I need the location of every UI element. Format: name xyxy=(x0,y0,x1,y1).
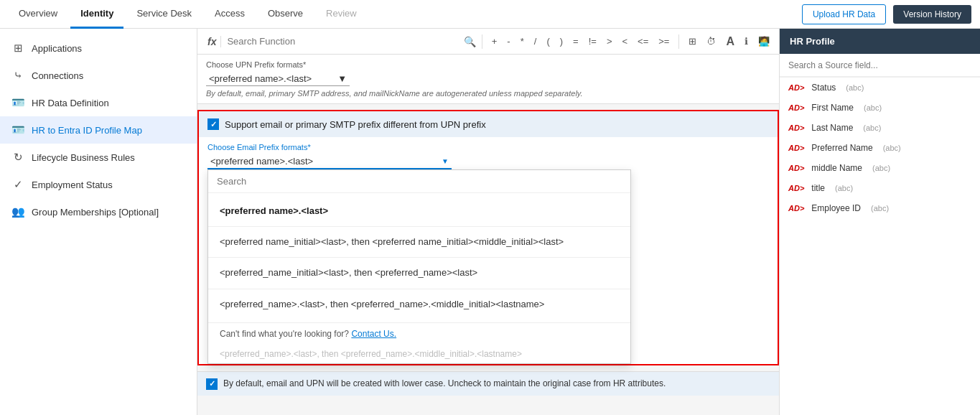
id-badge-icon: 🪪 xyxy=(11,123,24,136)
hr-source-icon-status: AD> xyxy=(788,83,804,92)
hr-item-label-title: title xyxy=(811,183,825,193)
hr-item-title[interactable]: AD> title (abc) xyxy=(780,178,980,198)
upn-prefix-label: Choose UPN Prefix formats* xyxy=(206,60,770,69)
popup-search-area xyxy=(208,170,630,193)
nav-access[interactable]: Access xyxy=(205,0,255,29)
toolbar-info[interactable]: ℹ xyxy=(741,34,752,48)
main-content: fx 🔍 + - * / ( ) = != > < <= >= ⊞ ⏱ A ℹ … xyxy=(197,29,779,415)
toolbar-open-paren[interactable]: ( xyxy=(543,34,553,48)
group-icon: 👥 xyxy=(11,205,24,218)
hr-source-icon-middlename: AD> xyxy=(788,164,804,172)
email-prefix-dropdown-section: Choose Email Prefix formats* <preferred … xyxy=(199,137,778,169)
toolbar-minus[interactable]: - xyxy=(503,34,513,48)
toolbar-greater[interactable]: > xyxy=(603,34,616,48)
hr-source-icon-preferredname: AD> xyxy=(788,144,804,152)
lowercase-note-text: By default, email and UPN will be create… xyxy=(223,378,666,390)
sidebar-item-connections[interactable]: ⤷ Connections xyxy=(0,62,197,89)
hr-source-icon-title: AD> xyxy=(788,184,804,192)
smtp-checkbox-label: Support email or primary SMTP prefix dif… xyxy=(225,119,486,130)
sidebar-item-hr-to-entra[interactable]: 🪪 HR to Entra ID Profile Map xyxy=(0,116,197,144)
hr-source-icon-employeeid: AD> xyxy=(788,204,804,213)
sidebar-item-lifecycle[interactable]: ↻ Lifecycle Business Rules xyxy=(0,144,197,171)
right-panel-search-input[interactable] xyxy=(788,60,971,70)
toolbar-equals[interactable]: = xyxy=(569,34,582,48)
lowercase-checkbox[interactable] xyxy=(206,378,218,390)
popup-option-3[interactable]: <preferred_name_initial><last>, then <pr… xyxy=(208,259,630,286)
search-icon[interactable]: 🔍 xyxy=(464,36,476,47)
sidebar-item-applications[interactable]: ⊞ Applications xyxy=(0,34,197,62)
branch-icon: ⤷ xyxy=(11,69,24,82)
hr-item-status[interactable]: AD> Status (abc) xyxy=(780,78,980,98)
cant-find-row: Can't find what you're looking for? Cont… xyxy=(208,322,630,345)
toolbar-slash[interactable]: / xyxy=(531,34,541,48)
hr-item-label-status: Status xyxy=(811,83,836,93)
toolbar-grid[interactable]: ⊞ xyxy=(685,34,700,48)
hr-item-employee-id[interactable]: AD> Employee ID (abc) xyxy=(780,198,980,218)
toolbar-clock[interactable]: ⏱ xyxy=(703,34,719,48)
sidebar-label-group-memberships: Group Memberships [Optional] xyxy=(32,207,159,218)
right-panel: HR Profile AD> Status (abc) AD> First Na… xyxy=(779,29,980,415)
hr-item-type-employeeid: (abc) xyxy=(871,204,889,213)
toolbar-lte[interactable]: <= xyxy=(634,34,652,48)
sidebar-label-applications: Applications xyxy=(32,43,82,54)
search-function-input[interactable] xyxy=(227,36,460,47)
nav-observe[interactable]: Observe xyxy=(258,0,313,29)
hr-item-type-title: (abc) xyxy=(835,184,853,192)
hr-item-type-middlename: (abc) xyxy=(872,164,890,172)
hr-item-type-lastname: (abc) xyxy=(863,123,881,132)
sidebar-item-hr-data-definition[interactable]: 🪪 HR Data Definition xyxy=(0,89,197,116)
nav-service-desk[interactable]: Service Desk xyxy=(126,0,202,29)
popup-option-2[interactable]: <preferred name_initial><last>, then <pr… xyxy=(208,228,630,256)
hr-item-type-preferredname: (abc) xyxy=(883,144,901,152)
upn-section: Choose UPN Prefix formats* <preferred na… xyxy=(197,55,779,104)
smtp-checkbox[interactable] xyxy=(207,118,219,130)
hr-item-type-firstname: (abc) xyxy=(864,103,882,112)
email-prefix-popup: <preferred name>.<last> <preferred name_… xyxy=(207,169,631,364)
version-history-button[interactable]: Version History xyxy=(893,5,971,24)
toolbar-close-paren[interactable]: ) xyxy=(556,34,566,48)
contact-us-link[interactable]: Contact Us. xyxy=(351,329,396,339)
toolbar-gte[interactable]: >= xyxy=(655,34,673,48)
popup-option-faded[interactable]: <preferred_name>.<last>, then <preferred… xyxy=(208,345,630,363)
hr-item-preferred-name[interactable]: AD> Preferred Name (abc) xyxy=(780,138,980,158)
toolbar-not-equals[interactable]: != xyxy=(585,34,600,48)
popup-search-input[interactable] xyxy=(217,176,622,187)
sidebar: ⊞ Applications ⤷ Connections 🪪 HR Data D… xyxy=(0,29,197,415)
toolbar-person[interactable]: 🧑‍💻 xyxy=(755,34,773,48)
sidebar-label-hr-to-entra: HR to Entra ID Profile Map xyxy=(32,125,142,136)
popup-option-1[interactable]: <preferred name>.<last> xyxy=(208,197,630,225)
hr-item-first-name[interactable]: AD> First Name (abc) xyxy=(780,98,980,118)
sidebar-item-group-memberships[interactable]: 👥 Group Memberships [Optional] xyxy=(0,198,197,225)
toolbar-separator xyxy=(482,34,482,49)
nav-identity[interactable]: Identity xyxy=(70,0,123,29)
email-prefix-section: Support email or primary SMTP prefix dif… xyxy=(197,110,779,365)
popup-option-4[interactable]: <preferred_name>.<last>, then <preferred… xyxy=(208,291,630,318)
email-prefix-label: Choose Email Prefix formats* xyxy=(207,143,769,151)
hr-item-label-middlename: middle Name xyxy=(811,163,862,173)
main-layout: ⊞ Applications ⤷ Connections 🪪 HR Data D… xyxy=(0,29,980,415)
toolbar-font-a[interactable]: A xyxy=(722,34,738,50)
right-panel-title: HR Profile xyxy=(780,29,980,54)
hr-item-label-lastname: Last Name xyxy=(811,123,853,133)
sidebar-label-lifecycle: Lifecycle Business Rules xyxy=(32,152,135,163)
sidebar-item-employment-status[interactable]: ✓ Employment Status xyxy=(0,171,197,198)
hr-item-last-name[interactable]: AD> Last Name (abc) xyxy=(780,118,980,138)
hr-item-type-status: (abc) xyxy=(846,83,864,92)
toolbar-plus[interactable]: + xyxy=(488,34,501,48)
grid-icon: ⊞ xyxy=(11,42,24,55)
cycle-icon: ↻ xyxy=(11,151,24,164)
toolbar-asterisk[interactable]: * xyxy=(517,34,528,48)
upn-prefix-dropdown[interactable]: <preferred name>.<last> ▼ xyxy=(206,72,350,86)
upn-hint-text: By default, email, primary SMTP address,… xyxy=(206,89,770,98)
right-panel-search-area xyxy=(780,54,980,77)
hr-item-middle-name[interactable]: AD> middle Name (abc) xyxy=(780,158,980,178)
hr-item-label-employeeid: Employee ID xyxy=(811,203,861,213)
popup-options-list: <preferred name>.<last> <preferred name_… xyxy=(208,193,630,322)
email-prefix-dropdown[interactable]: <preferred name>.<last> ▼ xyxy=(207,154,452,169)
nav-overview[interactable]: Overview xyxy=(9,0,67,29)
check-circle-icon: ✓ xyxy=(11,178,24,191)
fx-label: fx xyxy=(203,36,221,47)
upload-hr-data-button[interactable]: Upload HR Data xyxy=(802,4,886,24)
toolbar-separator-2 xyxy=(678,34,679,49)
toolbar-less[interactable]: < xyxy=(618,34,631,48)
